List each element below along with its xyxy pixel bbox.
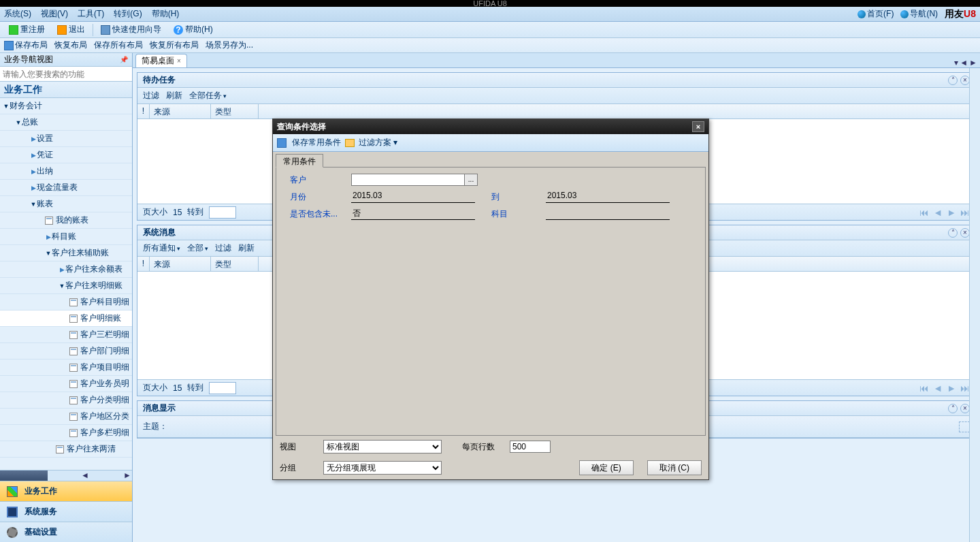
goto-input[interactable] [209,206,236,219]
include-field[interactable]: 否 [351,208,475,220]
menu-view[interactable]: 视图(V) [41,8,68,20]
pin-icon[interactable]: 📌 [120,56,128,63]
month-to-field[interactable]: 2015.03 [546,191,670,203]
next-icon[interactable]: ► [947,383,956,394]
menu-help[interactable]: 帮助(H) [152,8,180,20]
tree-custdetail[interactable]: 客户往来明细账 [0,278,132,294]
home-link[interactable]: 首页(F) [858,8,894,20]
reregister-button[interactable]: 重注册 [4,22,50,37]
tree-leaf[interactable]: 客户多栏明细 [0,425,132,441]
sidebar-tab-work[interactable]: 业务工作 [0,481,132,501]
next-icon[interactable]: ► [969,58,977,67]
col-type[interactable]: 类型 [211,257,259,271]
customer-lookup-button[interactable]: ... [464,174,478,186]
tree-leaf-selected[interactable]: 客户明细账 [0,310,132,327]
col-mark[interactable]: ! [137,104,150,118]
tree-leaf[interactable]: 客户分类明细 [0,392,132,409]
scroll-left-icon[interactable]: ◄ [80,471,90,481]
tree-leaf[interactable]: 客户往来两清 [0,441,132,458]
dropdown-icon[interactable]: ▾ [954,58,958,67]
last-icon[interactable]: ⏭ [960,383,970,394]
tree-custaux[interactable]: 客户往来辅助账 [0,245,132,261]
prev-icon[interactable]: ◄ [933,207,943,218]
save-all-layout-button[interactable]: 保存所有布局 [94,39,143,51]
subject-field[interactable] [546,208,670,220]
collapse-icon[interactable]: ˄ [948,404,958,413]
collapse-icon[interactable]: ˄ [948,76,958,85]
sidebar-search-input[interactable] [0,67,132,81]
menu-system[interactable]: 系统(S) [4,8,31,20]
content-vscroll[interactable] [969,68,980,542]
tree-gl[interactable]: 总账 [0,114,132,131]
tree-cashflow[interactable]: 现金流量表 [0,180,132,196]
tree-leaf[interactable]: 客户部门明细 [0,343,132,360]
sidebar-hscroll[interactable]: ◄ ► [0,470,132,481]
tree-mybooks[interactable]: 我的账表 [0,212,132,229]
ok-button[interactable]: 确定 (E) [579,460,634,475]
collapse-icon[interactable]: ˄ [948,228,958,238]
filter-scheme-button[interactable]: 过滤方案 ▾ [359,137,397,148]
detail-icon[interactable] [959,421,970,432]
customer-input[interactable] [351,174,464,186]
dialog-titlebar[interactable]: 查询条件选择 × [273,119,708,134]
tree-leaf[interactable]: 客户地区分类 [0,409,132,425]
col-source[interactable]: 来源 [150,257,211,271]
sidebar-tab-service[interactable]: 系统服务 [0,501,132,522]
tree-subjbook[interactable]: 科目账 [0,229,132,245]
tree-leaf[interactable]: 客户业务员明 [0,376,132,392]
month-from-field[interactable]: 2015.03 [351,191,475,203]
close-icon[interactable]: × [177,57,181,65]
menu-goto[interactable]: 转到(G) [114,8,142,20]
refresh-button[interactable]: 刷新 [238,242,255,254]
goto-input[interactable] [209,382,236,394]
save-layout-button[interactable]: 保存布局 [4,39,48,51]
tree-leaf[interactable]: 客户三栏明细 [0,327,132,343]
save-condition-button[interactable]: 保存常用条件 [292,137,341,148]
sidebar-tab-base[interactable]: 基础设置 [0,522,132,542]
all-button[interactable]: 全部 [187,242,208,254]
first-icon[interactable]: ⏮ [919,207,929,218]
tree-custbal[interactable]: 客户往来余额表 [0,261,132,278]
filter-button[interactable]: 过滤 [143,90,159,101]
goto-label: 转到 [187,382,203,394]
dialog-close-button[interactable]: × [692,121,704,132]
tree-leaf[interactable]: 客户科目明细 [0,294,132,310]
restore-layout-button[interactable]: 恢复布局 [54,39,87,51]
wizard-button[interactable]: 快速使用向导 [96,22,166,37]
tab-desktop[interactable]: 简易桌面× [135,54,187,67]
scroll-right-icon[interactable]: ► [122,471,132,481]
alltasks-button[interactable]: 全部任务 [189,90,227,101]
help-button[interactable]: ?帮助(H) [169,22,218,37]
tree-cashier[interactable]: 出纳 [0,163,132,180]
prev-icon[interactable]: ◄ [960,58,968,67]
prev-icon[interactable]: ◄ [933,383,943,394]
scroll-thumb[interactable] [0,471,48,481]
col-mark[interactable]: ! [137,257,150,271]
dialog-tab-common[interactable]: 常用条件 [276,154,323,168]
group-select[interactable]: 无分组项展现 [323,461,442,475]
tree-finance[interactable]: 财务会计 [0,98,132,114]
close-icon[interactable]: × [960,228,970,238]
filter-button[interactable]: 过滤 [215,242,231,254]
col-type[interactable]: 类型 [211,104,259,118]
allnotice-button[interactable]: 所有通知 [143,242,180,254]
exit-button[interactable]: 退出 [52,22,90,37]
tree-books[interactable]: 账表 [0,196,132,212]
view-select[interactable]: 标准视图 [323,440,442,453]
rows-input[interactable] [510,441,551,453]
nav-link[interactable]: 导航(N) [900,8,938,20]
col-source[interactable]: 来源 [150,104,211,118]
last-icon[interactable]: ⏭ [960,207,970,218]
close-icon[interactable]: × [960,76,970,85]
scene-saveas-button[interactable]: 场景另存为... [206,39,253,51]
close-icon[interactable]: × [960,404,970,413]
tree-voucher[interactable]: 凭证 [0,147,132,163]
next-icon[interactable]: ► [947,207,956,218]
cancel-button[interactable]: 取消 (C) [647,460,702,475]
menu-tools[interactable]: 工具(T) [78,8,104,20]
tree-setup[interactable]: 设置 [0,131,132,147]
tree-leaf[interactable]: 客户项目明细 [0,360,132,376]
first-icon[interactable]: ⏮ [919,383,929,394]
refresh-button[interactable]: 刷新 [166,90,182,101]
restore-all-layout-button[interactable]: 恢复所有布局 [150,39,199,51]
